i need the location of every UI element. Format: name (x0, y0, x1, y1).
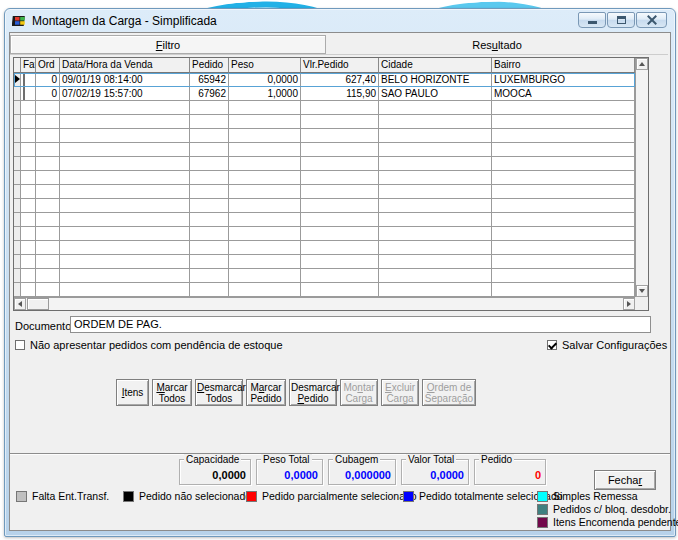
table-row[interactable] (14, 115, 635, 129)
desmarcar-todos-button[interactable]: DesmarcarTodos (195, 379, 243, 406)
cell-vlr (301, 269, 379, 283)
cell-data: 09/01/19 08:14:00 (60, 73, 190, 87)
row-indicator (14, 171, 21, 185)
column-header-data[interactable]: Data/Hora da Venda (60, 58, 190, 73)
table-row[interactable] (14, 157, 635, 171)
table-row[interactable] (14, 241, 635, 255)
table-row[interactable]: 007/02/19 15:57:00679621,0000115,90SAO P… (14, 87, 635, 101)
fat-checkbox[interactable] (23, 87, 25, 100)
cell-fat (21, 241, 36, 255)
table-row[interactable] (14, 227, 635, 241)
cell-bairro (492, 241, 635, 255)
cell-peso (229, 185, 301, 199)
row-indicator (14, 87, 21, 101)
cell-data (60, 185, 190, 199)
table-row[interactable] (14, 283, 635, 297)
cell-peso (229, 213, 301, 227)
legend-swatch-bloq-desdobr (537, 504, 548, 515)
scroll-down-button[interactable] (636, 285, 648, 297)
fat-checkbox[interactable] (23, 73, 25, 86)
column-header-peso[interactable]: Peso (229, 58, 301, 73)
cell-pedido (190, 213, 229, 227)
table-row[interactable] (14, 185, 635, 199)
column-header-bairro[interactable]: Bairro (492, 58, 635, 73)
itens-button[interactable]: Itens (116, 379, 149, 406)
tab-filtro[interactable]: Filtro (10, 35, 326, 54)
cell-pedido (190, 227, 229, 241)
column-header-pedido[interactable]: Pedido (190, 58, 229, 73)
cell-ord (36, 129, 60, 143)
cell-pedido (190, 143, 229, 157)
table-row[interactable] (14, 255, 635, 269)
column-header-fat[interactable]: Fat (21, 58, 36, 73)
cell-bairro (492, 213, 635, 227)
cell-ord (36, 171, 60, 185)
cell-peso (229, 241, 301, 255)
fechar-button[interactable]: Fechar (594, 470, 656, 490)
pendencia-label: Não apresentar pedidos com pendência de … (30, 339, 283, 351)
column-header-ord[interactable]: Ord (36, 58, 60, 73)
cell-data (60, 241, 190, 255)
legend-swatch-encomenda-pendente (537, 517, 548, 528)
cell-cidade (379, 171, 492, 185)
cell-bairro (492, 199, 635, 213)
ordem-separacao-button: Ordem deSeparação (422, 379, 476, 406)
table-row[interactable] (14, 199, 635, 213)
cell-vlr (301, 101, 379, 115)
column-header-cidade[interactable]: Cidade (379, 58, 492, 73)
cell-cidade (379, 213, 492, 227)
desmarcar-pedido-button[interactable]: DesmarcarPedido (289, 379, 337, 406)
scroll-left-button[interactable] (14, 298, 26, 310)
table-row[interactable] (14, 171, 635, 185)
cell-ord (36, 115, 60, 129)
column-header-vlr[interactable]: Vlr.Pedido (301, 58, 379, 73)
cell-cidade (379, 129, 492, 143)
cell-data (60, 101, 190, 115)
salvar-config-label: Salvar Configurações (562, 339, 667, 351)
total-label: Capacidade (184, 454, 241, 465)
table-row[interactable] (14, 213, 635, 227)
cell-bairro (492, 101, 635, 115)
cell-fat (21, 87, 36, 101)
cell-data: 07/02/19 15:57:00 (60, 87, 190, 101)
scroll-up-button[interactable] (636, 58, 648, 70)
scroll-right-button[interactable] (623, 298, 635, 310)
cell-cidade: SAO PAULO (379, 87, 492, 101)
cell-cidade (379, 101, 492, 115)
cell-ord: 0 (36, 87, 60, 101)
cell-pedido (190, 269, 229, 283)
total-value: 0,000000 (345, 469, 391, 481)
total-group-peso-total: Peso Total0,0000 (256, 459, 323, 485)
horizontal-scroll-thumb[interactable] (27, 298, 49, 310)
cell-fat (21, 101, 36, 115)
legend-label: Pedido parcialmente selecionado (262, 490, 417, 502)
table-row[interactable] (14, 143, 635, 157)
table-row[interactable] (14, 269, 635, 283)
table-row[interactable]: 009/01/19 08:14:00659420,0000627,40BELO … (14, 73, 635, 87)
cell-vlr: 115,90 (301, 87, 379, 101)
close-button[interactable] (636, 12, 667, 28)
tab-resultado[interactable]: Resultado (326, 35, 668, 54)
marcar-pedido-button[interactable]: MarcarPedido (246, 379, 286, 406)
cell-pedido (190, 185, 229, 199)
cell-ord (36, 255, 60, 269)
cell-pedido (190, 283, 229, 297)
total-group-capacidade: Capacidade0,0000 (179, 459, 251, 485)
cell-data (60, 171, 190, 185)
legend-item-falta-ent-transf: Falta Ent.Transf. (16, 490, 109, 502)
cell-peso (229, 101, 301, 115)
documentos-field[interactable]: ORDEM DE PAG. (70, 316, 651, 333)
cell-bairro (492, 283, 635, 297)
maximize-button[interactable] (607, 12, 635, 28)
pendencia-checkbox[interactable] (15, 340, 25, 350)
maximize-icon (617, 16, 626, 24)
grid-vertical-scrollbar[interactable] (635, 58, 648, 297)
cell-ord (36, 241, 60, 255)
grid-horizontal-scrollbar[interactable] (14, 297, 635, 310)
table-row[interactable] (14, 101, 635, 115)
minimize-button[interactable] (578, 12, 606, 28)
marcar-todos-button[interactable]: MarcarTodos (152, 379, 192, 406)
cell-fat (21, 157, 36, 171)
salvar-config-checkbox[interactable] (547, 340, 557, 350)
table-row[interactable] (14, 129, 635, 143)
